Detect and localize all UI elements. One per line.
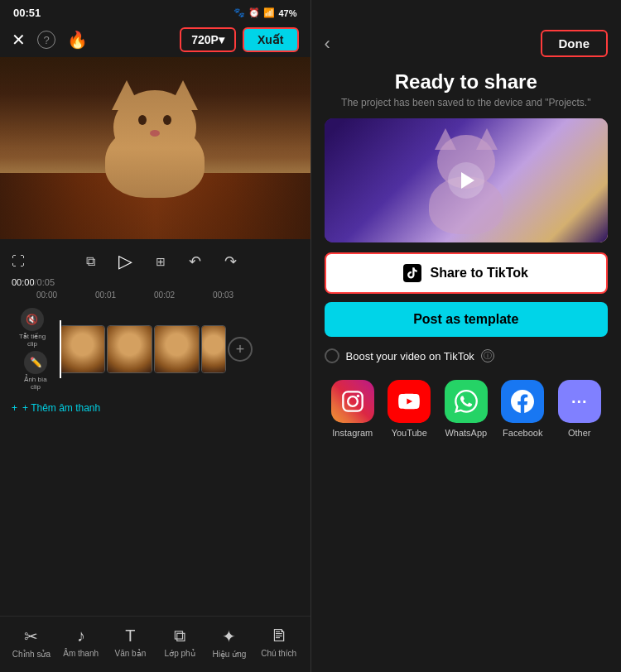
share-subtitle: The project has been saved to the device… bbox=[311, 97, 622, 118]
track-controls: 🔇 Tắt tiếngclip ✏️ Ảnh bìaclip bbox=[12, 308, 53, 391]
clip-4[interactable] bbox=[201, 325, 226, 373]
right-top-bar: ‹ Done bbox=[311, 0, 622, 64]
signal-icon: 📶 bbox=[263, 7, 275, 18]
resolution-button[interactable]: 720P▾ bbox=[180, 27, 236, 52]
undo-icon[interactable]: ↶ bbox=[189, 252, 201, 271]
share-instagram[interactable]: Instagram bbox=[331, 380, 374, 438]
template-label: Post as template bbox=[413, 312, 518, 327]
done-button[interactable]: Done bbox=[541, 30, 609, 57]
tiktok-share-button[interactable]: Share to TikTok bbox=[325, 252, 609, 294]
svg-point-2 bbox=[356, 395, 359, 398]
status-bar: 00:51 🐾 ⏰ 📶 47% bbox=[0, 0, 310, 22]
status-icons: 🐾 ⏰ 📶 47% bbox=[233, 7, 296, 18]
fire-icon: 🔥 bbox=[67, 30, 88, 50]
share-title: Ready to share bbox=[311, 64, 622, 97]
template-button[interactable]: Post as template bbox=[325, 302, 609, 337]
other-label: Other bbox=[568, 428, 591, 438]
cover-control[interactable]: ✏️ Ảnh bìaclip bbox=[24, 351, 47, 391]
cover-label: Ảnh bìaclip bbox=[24, 376, 46, 391]
share-video-inner bbox=[325, 118, 609, 242]
effects-label: Hiệu ứng bbox=[212, 650, 246, 659]
timeline-track: 🔇 Tắt tiếngclip ✏️ Ảnh bìaclip + bbox=[0, 301, 310, 397]
redo-icon[interactable]: ↷ bbox=[224, 252, 237, 271]
time-display: 00:51 bbox=[13, 7, 41, 19]
battery-icon: 47% bbox=[278, 8, 296, 18]
youtube-icon bbox=[388, 380, 431, 423]
edit-label: Chỉnh sửa bbox=[12, 650, 51, 659]
instagram-label: Instagram bbox=[332, 428, 373, 438]
toolbar-audio[interactable]: ♪ Âm thanh bbox=[60, 626, 102, 659]
close-button[interactable]: ✕ bbox=[12, 30, 26, 50]
audio-label: Âm thanh bbox=[63, 649, 99, 658]
tiktok-logo-icon bbox=[403, 264, 421, 282]
overlay-icon[interactable]: ⧉ bbox=[86, 254, 95, 269]
timeline-time-row: 00:00 / 0:05 bbox=[0, 276, 310, 289]
share-facebook[interactable]: Facebook bbox=[501, 380, 544, 438]
caption-label: Chú thích bbox=[261, 649, 296, 658]
share-youtube[interactable]: YouTube bbox=[388, 380, 431, 438]
current-time: 00:00 bbox=[12, 277, 35, 287]
right-panel: ‹ Done Ready to share The project has be… bbox=[311, 0, 622, 672]
toolbar-overlay[interactable]: ⧉ Lớp phủ bbox=[159, 626, 200, 659]
svg-rect-0 bbox=[343, 391, 362, 410]
svg-point-1 bbox=[348, 396, 358, 406]
total-time: 0:05 bbox=[37, 277, 55, 287]
whatsapp-icon bbox=[445, 380, 488, 423]
help-button[interactable]: ? bbox=[37, 31, 55, 49]
text-icon: T bbox=[125, 626, 135, 646]
ruler: 00:00 00:01 00:02 00:03 bbox=[12, 290, 233, 300]
text-label: Văn bản bbox=[115, 649, 147, 658]
clip-3[interactable] bbox=[154, 325, 200, 373]
mute-icon: 🔇 bbox=[21, 308, 44, 331]
play-overlay[interactable] bbox=[448, 162, 484, 199]
clips-container: + bbox=[60, 325, 299, 373]
playhead bbox=[60, 320, 61, 378]
left-panel: 00:51 🐾 ⏰ 📶 47% ✕ ? 🔥 720P▾ Xuất bbox=[0, 0, 310, 672]
mute-label: Tắt tiếngclip bbox=[19, 333, 46, 348]
scissors-icon: ✂ bbox=[24, 626, 38, 646]
overlay-label: Lớp phủ bbox=[165, 649, 195, 658]
top-bar-right: 720P▾ Xuất bbox=[180, 27, 298, 52]
alarm-icon: ⏰ bbox=[248, 7, 260, 18]
add-audio-button[interactable]: + + Thêm âm thanh bbox=[0, 397, 310, 419]
boost-label: Boost your video on TikTok bbox=[346, 350, 474, 362]
share-video-preview[interactable] bbox=[325, 118, 609, 242]
overlay-tool-icon: ⧉ bbox=[174, 626, 185, 646]
overlay2-icon[interactable]: ⊞ bbox=[156, 255, 166, 268]
fullscreen-icon[interactable]: ⛶ bbox=[12, 254, 25, 269]
share-whatsapp[interactable]: WhatsApp bbox=[445, 380, 488, 438]
boost-row: Boost your video on TikTok ⓘ bbox=[311, 345, 622, 373]
play-button[interactable]: ▷ bbox=[118, 251, 132, 272]
toolbar-caption[interactable]: 🖹 Chú thích bbox=[258, 626, 300, 659]
clip-2[interactable] bbox=[107, 325, 152, 373]
facebook-icon bbox=[501, 380, 544, 423]
share-other[interactable]: ··· Other bbox=[558, 380, 601, 438]
cat-image bbox=[0, 57, 310, 239]
whatsapp-label: WhatsApp bbox=[445, 428, 487, 438]
add-clip-button[interactable]: + bbox=[228, 337, 253, 362]
mute-control[interactable]: 🔇 Tắt tiếngclip bbox=[19, 308, 46, 348]
boost-info-icon[interactable]: ⓘ bbox=[481, 349, 494, 362]
instagram-icon bbox=[331, 380, 374, 423]
bottom-toolbar: ✂ Chỉnh sửa ♪ Âm thanh T Văn bản ⧉ Lớp p… bbox=[0, 616, 310, 672]
toolbar-effects[interactable]: ✦ Hiệu ứng bbox=[209, 626, 250, 659]
back-button[interactable]: ‹ bbox=[325, 33, 330, 55]
top-bar-left: ✕ ? 🔥 bbox=[12, 30, 88, 50]
top-bar: ✕ ? 🔥 720P▾ Xuất bbox=[0, 22, 310, 57]
boost-radio[interactable] bbox=[325, 348, 339, 363]
add-audio-label: + Thêm âm thanh bbox=[22, 402, 100, 414]
share-apps: Instagram YouTube WhatsApp bbox=[311, 373, 622, 444]
music-icon: ♪ bbox=[77, 626, 85, 646]
effects-icon: ✦ bbox=[222, 626, 236, 646]
toolbar-edit[interactable]: ✂ Chỉnh sửa bbox=[11, 626, 52, 659]
clip-1[interactable] bbox=[60, 325, 105, 373]
play-triangle-icon bbox=[461, 172, 474, 189]
other-icon: ··· bbox=[558, 380, 601, 423]
timeline-area: ⛶ ⧉ ▷ ⊞ ↶ ↷ 00:00 / 0:05 00:00 00:01 00:… bbox=[0, 239, 310, 616]
notif-icon: 🐾 bbox=[233, 7, 245, 18]
export-button[interactable]: Xuất bbox=[243, 27, 299, 52]
tiktok-share-label: Share to TikTok bbox=[430, 266, 528, 281]
toolbar-text[interactable]: T Văn bản bbox=[109, 626, 151, 659]
video-preview bbox=[0, 57, 310, 239]
facebook-label: Facebook bbox=[503, 428, 542, 438]
